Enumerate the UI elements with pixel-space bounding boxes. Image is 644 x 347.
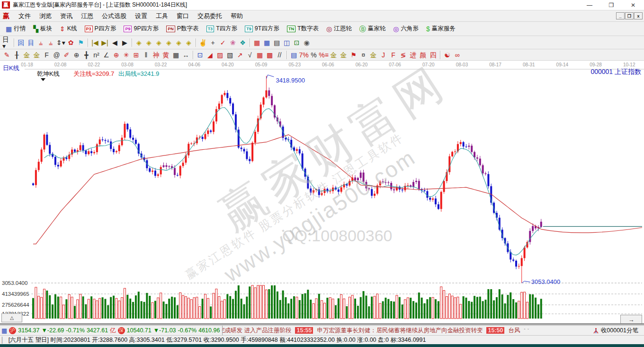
t9-square-button[interactable]: T99T四方形 <box>241 23 283 34</box>
gold-line-button[interactable]: 金 <box>339 50 349 60</box>
brush-button[interactable]: ✐ <box>62 50 72 60</box>
gold-grid-2-button[interactable]: 金 <box>32 50 42 60</box>
quote-marks-button[interactable]: ‖ <box>141 50 151 60</box>
first-page-button[interactable]: |◀ <box>90 38 100 47</box>
s-slash-button[interactable]: ≶ <box>398 50 408 60</box>
menu-window[interactable]: 窗口 <box>172 10 193 22</box>
a-bars-button[interactable]: ¤ <box>358 50 368 60</box>
menu-tools[interactable]: 工具 <box>152 10 172 22</box>
draw-pen-button[interactable]: ✎ <box>2 50 12 60</box>
close-button[interactable]: ✕ <box>622 0 644 10</box>
sub-chart-9-button[interactable]: ⫨ <box>46 38 56 47</box>
center-view-button[interactable]: ◈ <box>174 38 184 47</box>
crosshair-button[interactable]: + <box>208 38 218 47</box>
spiral-button[interactable]: @ <box>52 50 62 60</box>
percent-button[interactable]: % <box>309 50 319 60</box>
menu-settings[interactable]: 设置 <box>131 10 152 22</box>
quotes-button[interactable]: ▦行情 <box>2 23 29 34</box>
winner-service-button[interactable]: $赢家服务 <box>422 23 459 34</box>
p-square-button[interactable]: P3P四方形 <box>81 23 120 34</box>
p9-square-button[interactable]: P99P四方形 <box>120 23 162 34</box>
arrow-line-button[interactable]: ↗ <box>235 50 245 60</box>
f-grid-button[interactable]: F <box>42 50 52 60</box>
prev-bar-button[interactable]: ◀ <box>110 38 120 47</box>
gann-wheel-button[interactable]: ◎江恩轮 <box>322 23 356 34</box>
kline-chart-canvas[interactable]: 01-1802-0802-2203-0803-2204-0604-2005-09… <box>0 61 644 325</box>
f10-info-button[interactable]: 目 <box>26 38 36 47</box>
winner-wheel-button[interactable]: Ⓑ赢家轮 <box>356 23 390 34</box>
shen-grid-button[interactable]: 神 <box>151 50 161 60</box>
sectors-button[interactable]: ▚板块 <box>29 23 56 34</box>
t-number-table-button[interactable]: TNT数字表 <box>283 23 322 34</box>
indicator-dropdown-caret-icon[interactable] <box>41 78 45 81</box>
notebook-button[interactable]: ▤ <box>272 38 282 47</box>
circle-grid-button[interactable]: ⊞ <box>131 50 141 60</box>
price-grid-button[interactable]: ╂ <box>12 50 22 60</box>
n-square-button[interactable]: n² <box>91 50 101 60</box>
full-view-button[interactable]: ◈ <box>184 38 194 47</box>
red-grid-box-button[interactable]: ▩ <box>265 50 275 60</box>
quote-table-button[interactable]: ▤ <box>289 50 299 60</box>
check-lines-button[interactable]: √ <box>245 50 255 60</box>
scroll-right-button[interactable]: → <box>620 315 642 324</box>
pan-hand-button[interactable]: ✌ <box>198 38 208 47</box>
candle-style-button[interactable]: ⇕▾ <box>56 38 66 47</box>
save-button[interactable]: ◫ <box>282 38 292 47</box>
star-rays-button[interactable]: ✳ <box>121 50 131 60</box>
percent-levels-button[interactable]: %≡ <box>319 50 329 60</box>
box-pattern-button[interactable]: ▨ <box>215 50 225 60</box>
t-square-button[interactable]: T3T四方形 <box>203 23 242 34</box>
menu-browse[interactable]: 浏览 <box>35 10 56 22</box>
next-bar-button[interactable]: ▶ <box>120 38 130 47</box>
quotes-grid-icon[interactable]: ▦ <box>1 327 7 334</box>
candle-flag-button[interactable]: ⚑ <box>349 50 358 60</box>
hexagon-button[interactable]: ◎六角形 <box>389 23 422 34</box>
period-selector-button[interactable]: 日▾ <box>2 38 12 47</box>
tick-view-label[interactable]: 收000001分笔 <box>601 327 638 335</box>
yan-tool-button[interactable]: 颜 <box>418 50 428 60</box>
snapshot-button[interactable]: ◉ <box>302 38 312 47</box>
chip-distribution-button[interactable]: 回 <box>16 38 26 47</box>
dense-grid-button[interactable]: ╋ <box>81 50 91 60</box>
width-adjust-button[interactable]: ↔ <box>181 50 191 60</box>
volume-collapse-button[interactable]: △ <box>1 313 22 322</box>
mdi-minimize-button[interactable]: _ <box>616 12 625 19</box>
gann-fan-button[interactable]: ◢ <box>205 50 215 60</box>
indicator-name-label[interactable]: 乾坤K线 <box>37 70 60 78</box>
yin-yang-button[interactable]: ☯ <box>442 50 452 60</box>
gold-grid-1-button[interactable]: 金 <box>22 50 32 60</box>
maximize-button[interactable]: ❐ <box>600 0 622 10</box>
ticker-headline[interactable]: 台风 <box>508 327 520 335</box>
mdi-close-button[interactable]: x <box>634 12 643 19</box>
kline-button[interactable]: ⇕K线 <box>56 23 81 34</box>
menu-formula-stockpick[interactable]: 公式选股 <box>98 10 131 22</box>
ticker-headline[interactable]: 申万宏源董事长刘健：居民储蓄将继续从房地产向金融投资转变 <box>317 327 483 335</box>
jin-tool-button[interactable]: 进 <box>408 50 418 60</box>
p-number-table-button[interactable]: PNP数字表 <box>162 23 202 34</box>
minimize-button[interactable]: — <box>579 0 600 10</box>
neural-button[interactable]: ❀ <box>228 38 238 47</box>
dark-fan-button[interactable]: ▧ <box>225 50 235 60</box>
f-slash-button[interactable]: F <box>388 50 398 60</box>
menu-news[interactable]: 资讯 <box>56 10 77 22</box>
trend-mark-button[interactable]: ✓ <box>218 38 228 47</box>
huang-grid-button[interactable]: 黄 <box>161 50 171 60</box>
gold-underline-button[interactable]: 金 <box>368 50 378 60</box>
split-kline-button[interactable]: ✿ <box>66 38 76 47</box>
horizontal-scrollbar[interactable] <box>0 323 644 325</box>
zoom-out-x-button[interactable]: ◈ <box>134 38 144 47</box>
j-slash-button[interactable]: J <box>378 50 388 60</box>
narrow-bars-button[interactable]: ◈ <box>164 38 174 47</box>
color-ribbon-button[interactable]: ⚑ <box>76 38 86 47</box>
menu-gann[interactable]: 江恩 <box>77 10 98 22</box>
screen-monitor-button[interactable]: ⊡ <box>292 38 302 47</box>
angle-line-button[interactable]: ∠ <box>101 50 111 60</box>
calculator-button[interactable]: ▦ <box>262 38 272 47</box>
menu-trade-entrust[interactable]: 交易委托 <box>193 10 226 22</box>
zoom-in-x-button[interactable]: ◈ <box>144 38 154 47</box>
si-tool-button[interactable]: 四 <box>428 50 438 60</box>
menu-help[interactable]: 帮助 <box>226 10 247 22</box>
number-grid-button[interactable]: ▦ <box>171 50 181 60</box>
sub-chart-3-button[interactable]: ⫨ <box>36 38 46 47</box>
gold-circle-button[interactable]: 金 <box>329 50 339 60</box>
